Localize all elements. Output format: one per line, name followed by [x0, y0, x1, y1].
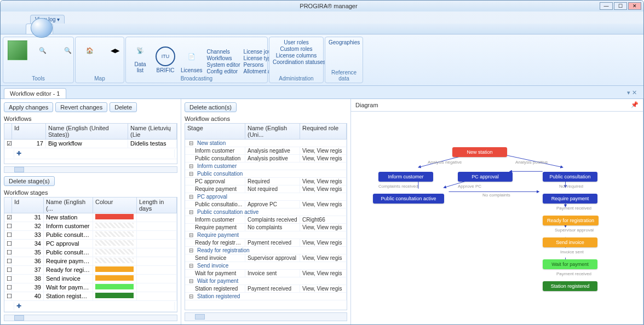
system-editor-link[interactable]: System editor — [206, 62, 240, 68]
stage-row[interactable]: ☑31New station — [4, 213, 177, 222]
action-stage-header[interactable]: ⊟Inform customer — [185, 162, 347, 170]
workflow-stages-label: Workflow stages — [4, 189, 177, 196]
action-stage-header[interactable]: ⊟Require payment — [185, 231, 347, 239]
action-stage-header[interactable]: ⊟PC approval — [185, 193, 347, 201]
edge-payment2: Payment received — [556, 271, 591, 276]
action-row[interactable]: PC approvalRequiredView, View regis — [185, 178, 347, 185]
action-row[interactable]: Inform customerAnalysis negativeView, Vi… — [185, 147, 347, 155]
edge-complaints: Complaints received — [378, 184, 418, 189]
tools-group-label: Tools — [7, 76, 70, 82]
channels-link[interactable]: Channels — [206, 49, 240, 55]
app-window: PROGIRA® manager — ☐ ✕ View log ▾ Main 🔍… — [0, 0, 644, 325]
action-row[interactable]: Public consultationAnalysis positiveView… — [185, 155, 347, 162]
action-stage-header[interactable]: ⊟Station registered — [185, 293, 347, 300]
administration-group-label: Administration — [273, 76, 320, 82]
minimize-button[interactable]: — — [600, 2, 613, 10]
node-public-consultation[interactable]: Public consultation — [543, 172, 597, 182]
stages-grid[interactable]: Id Name (English (... Colour Length in d… — [4, 197, 177, 312]
node-ready[interactable]: Ready for registration — [543, 216, 599, 225]
workflows-pane: Apply changes Revert changes Delete Work… — [1, 99, 181, 324]
workflow-row[interactable]: ☑ 17 Big workflow Didelis testas — [4, 140, 177, 148]
maximize-button[interactable]: ☐ — [614, 2, 627, 10]
node-send-invoice[interactable]: Send invoice — [543, 237, 597, 247]
apply-changes-button[interactable]: Apply changes — [4, 102, 53, 112]
action-row[interactable]: Wait for paymentInvoice sentView, View r… — [185, 270, 347, 277]
stages-hscrollbar[interactable] — [4, 315, 177, 321]
action-row[interactable]: Ready for registrationPayment receivedVi… — [185, 239, 347, 247]
action-row[interactable]: Inform customerComplaints receivedCRight… — [185, 216, 347, 224]
action-row[interactable]: Public consultatio...Approve PCView, Vie… — [185, 201, 347, 208]
action-row[interactable]: Require paymentNo complaintsView, View r… — [185, 224, 347, 231]
map-nav-icon[interactable]: ◀▶ — [104, 39, 126, 61]
workflow-editor-tab[interactable]: Workflow editor - 1 — [4, 88, 66, 98]
geographies-link[interactable]: Geographies — [329, 39, 359, 45]
add-stage-row[interactable]: ✚ — [4, 301, 177, 312]
actions-hscrollbar[interactable] — [185, 312, 347, 321]
tools-map-icon[interactable] — [7, 39, 28, 61]
node-wait-payment[interactable]: Wait for payment — [543, 259, 597, 269]
stage-row[interactable]: ☐37Ready for registration — [4, 266, 177, 275]
delete-stages-button[interactable]: Delete stage(s) — [4, 176, 55, 186]
pin-icon[interactable]: 📌 — [631, 101, 639, 109]
action-row[interactable]: Require paymentNot requiredView, View re… — [185, 185, 347, 193]
workflow-actions-pane: Delete action(s) Workflow actions Stage … — [181, 99, 351, 324]
broadcasting-group-label: Broadcasting — [129, 76, 264, 82]
stage-row[interactable]: ☐32Inform customer — [4, 222, 177, 231]
user-roles-link[interactable]: User roles — [273, 39, 320, 45]
custom-roles-link[interactable]: Custom roles — [273, 46, 320, 52]
delete-actions-button[interactable]: Delete action(s) — [185, 102, 237, 112]
map-group-label: Map — [79, 76, 120, 82]
window-title: PROGIRA® manager — [58, 3, 600, 9]
node-require-payment[interactable]: Require payment — [543, 194, 597, 204]
node-inform-customer[interactable]: Inform customer — [378, 172, 433, 182]
revert-changes-button[interactable]: Revert changes — [55, 102, 107, 112]
edge-approve-pc: Approve PC — [458, 184, 481, 189]
brific-button[interactable]: ITUBRIFIC — [154, 45, 176, 74]
map-home-icon[interactable]: 🏠 — [79, 39, 101, 61]
diagram-pane: Diagram 📌 New stat — [351, 99, 643, 324]
workflows-grid[interactable]: Id Name (English (United States)) Name (… — [4, 123, 177, 164]
stage-row[interactable]: ☐36Require payment — [4, 257, 177, 266]
actions-grid[interactable]: Stage Name (English (Uni... Required rol… — [185, 123, 347, 310]
edge-analysis-neg: Analysis negative — [428, 160, 462, 165]
action-stage-header[interactable]: ⊟Send invoice — [185, 262, 347, 270]
action-row[interactable]: Send invoiceSupervisor approvalView, Vie… — [185, 254, 347, 262]
workflows-hscrollbar[interactable] — [4, 166, 177, 173]
edge-invoice: Invoice sent — [560, 249, 584, 254]
action-stage-header[interactable]: ⊟Ready for registration — [185, 247, 347, 254]
coordination-statuses-link[interactable]: Coordination statuses — [273, 59, 320, 65]
action-stage-header[interactable]: ⊟Public consultation active — [185, 208, 347, 216]
stage-row[interactable]: ☐33Public consultation — [4, 231, 177, 240]
stage-row[interactable]: ☐38Send invoice — [4, 275, 177, 283]
action-row[interactable]: Station registeredPayment receivedView, … — [185, 285, 347, 293]
delete-workflow-button[interactable]: Delete — [110, 102, 137, 112]
node-registered[interactable]: Station registered — [543, 281, 597, 291]
action-stage-header[interactable]: ⊟New station — [185, 140, 347, 147]
stage-row[interactable]: ☐34PC approval — [4, 240, 177, 248]
edge-supervisor: Supervisor approval — [555, 228, 594, 233]
edge-not-required: Not required — [559, 184, 583, 189]
app-orb-button[interactable] — [31, 18, 53, 38]
data-list-button[interactable]: 📡Data list — [129, 39, 151, 74]
tab-dropdown-icon[interactable]: ▾ ✕ — [624, 88, 640, 98]
reference-group-label: Reference data — [329, 69, 359, 82]
edge-payment1: Payment received — [556, 206, 591, 211]
action-stage-header[interactable]: ⊟Wait for payment — [185, 277, 347, 285]
licenses-button[interactable]: 📄Licenses — [180, 45, 203, 74]
license-columns-link[interactable]: License columns — [273, 53, 320, 59]
stage-row[interactable]: ☐35Public consultation ... — [4, 248, 177, 257]
node-pc-approval[interactable]: PC approval — [458, 172, 513, 182]
config-editor-link[interactable]: Config editor — [206, 68, 240, 74]
close-button[interactable]: ✕ — [628, 2, 641, 10]
diagram-title: Diagram — [355, 102, 378, 108]
action-stage-header[interactable]: ⊟Public consultation — [185, 170, 347, 178]
stage-row[interactable]: ☐40Station registered — [4, 292, 177, 301]
diagram-canvas[interactable]: New station Inform customer PC approval … — [351, 112, 643, 324]
tools-search1-icon[interactable]: 🔍 — [32, 39, 54, 61]
node-pca[interactable]: Public consultation active — [373, 194, 444, 204]
node-new-station[interactable]: New station — [452, 147, 507, 157]
stage-row[interactable]: ☐39Wait for payment — [4, 283, 177, 292]
add-workflow-row[interactable]: ✚ — [4, 148, 177, 159]
workflows-link[interactable]: Workflows — [206, 55, 240, 61]
edge-no-complaints: No complaints — [482, 193, 510, 198]
